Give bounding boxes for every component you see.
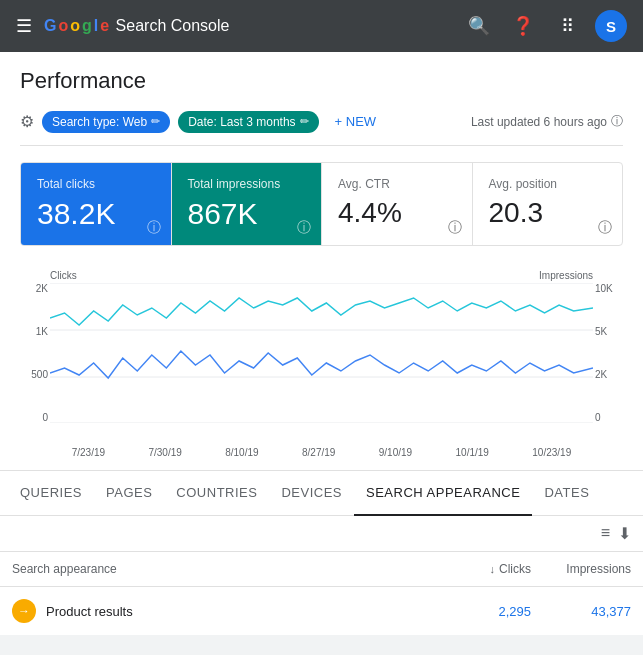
row-clicks: 2,295 [431,604,531,619]
info-icon: ⓘ [611,113,623,130]
metric-info-icon-clicks[interactable]: ⓘ [147,219,161,237]
pencil-icon-date: ✏ [300,115,309,128]
tab-queries[interactable]: QUERIES [8,471,94,516]
table-header: Search appearance ↓ Clicks Impressions [0,552,643,587]
search-type-label: Search type: Web [52,115,147,129]
filter-rows-icon[interactable]: ≡ [601,524,610,543]
y-right-val-2: 2K [595,369,623,380]
date-chip[interactable]: Date: Last 3 months ✏ [178,111,318,133]
tab-countries[interactable]: COUNTRIES [164,471,269,516]
new-button[interactable]: + NEW [327,110,385,133]
col-header-name: Search appearance [12,562,431,576]
x-label-1: 7/30/19 [148,447,181,458]
y-right-val-0: 10K [595,283,623,294]
tab-devices[interactable]: DEVICES [269,471,354,516]
last-updated: Last updated 6 hours ago ⓘ [471,113,623,130]
search-type-chip[interactable]: Search type: Web ✏ [42,111,170,133]
tabs-row: QUERIES PAGES COUNTRIES DEVICES SEARCH A… [0,471,643,516]
filter-bar: ⚙ Search type: Web ✏ Date: Last 3 months… [20,110,623,146]
avatar[interactable]: S [595,10,627,42]
x-label-5: 10/1/19 [456,447,489,458]
row-name[interactable]: Product results [46,604,431,619]
row-arrow-icon: → [12,599,36,623]
x-label-4: 9/10/19 [379,447,412,458]
x-label-6: 10/23/19 [532,447,571,458]
tab-pages[interactable]: PAGES [94,471,164,516]
row-impressions: 43,377 [531,604,631,619]
sort-down-icon: ↓ [490,563,496,575]
tab-search-appearance[interactable]: SEARCH APPEARANCE [354,471,532,516]
y-axis-right-label: Impressions [539,270,593,281]
apps-icon[interactable]: ⠿ [551,10,583,42]
y-left-val-2: 500 [20,369,48,380]
date-label: Date: Last 3 months [188,115,295,129]
metric-total-clicks: Total clicks 38.2K ⓘ [21,163,172,245]
download-icon[interactable]: ⬇ [618,524,631,543]
table-row: → Product results 2,295 43,377 [0,587,643,636]
filter-icon: ⚙ [20,112,34,131]
x-label-0: 7/23/19 [72,447,105,458]
app-header: ☰ Google Search Console 🔍 ❓ ⠿ S [0,0,643,52]
help-icon[interactable]: ❓ [507,10,539,42]
search-icon[interactable]: 🔍 [463,10,495,42]
tab-dates[interactable]: DATES [532,471,601,516]
tabs-section: QUERIES PAGES COUNTRIES DEVICES SEARCH A… [0,470,643,636]
page-content: Performance ⚙ Search type: Web ✏ Date: L… [0,52,643,470]
y-axis-left-label: Clicks [50,270,77,281]
y-right-val-3: 0 [595,412,623,423]
x-label-3: 8/27/19 [302,447,335,458]
metrics-row: Total clicks 38.2K ⓘ Total impressions 8… [20,162,623,246]
y-left-val-1: 1K [20,326,48,337]
y-right-val-1: 5K [595,326,623,337]
performance-chart: Clicks Impressions 2K 1K 500 0 10K 5K 2K… [20,262,623,470]
metric-info-icon-ctr[interactable]: ⓘ [448,219,462,237]
page-title: Performance [20,68,623,94]
col-header-clicks: ↓ Clicks [431,562,531,576]
metric-total-impressions: Total impressions 867K ⓘ [172,163,323,245]
y-left-val-3: 0 [20,412,48,423]
chart-svg [50,283,593,423]
metric-avg-position: Avg. position 20.3 ⓘ [473,163,623,245]
table-toolbar: ≡ ⬇ [0,516,643,552]
x-label-2: 8/10/19 [225,447,258,458]
metric-avg-ctr: Avg. CTR 4.4% ⓘ [322,163,473,245]
metric-info-icon-position[interactable]: ⓘ [598,219,612,237]
metric-info-icon-impressions[interactable]: ⓘ [297,219,311,237]
y-left-val-0: 2K [20,283,48,294]
x-axis-labels: 7/23/19 7/30/19 8/10/19 8/27/19 9/10/19 … [50,447,593,458]
pencil-icon: ✏ [151,115,160,128]
app-logo: Google Search Console [44,17,229,35]
col-header-impressions: Impressions [531,562,631,576]
menu-icon[interactable]: ☰ [16,15,32,37]
